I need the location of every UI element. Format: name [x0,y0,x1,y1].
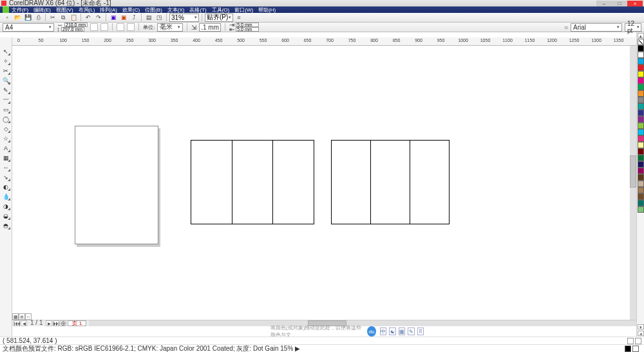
prev-page-button[interactable]: ◂ [21,320,27,326]
fill-swatch[interactable] [625,346,631,352]
close-button[interactable]: × [627,1,643,6]
basic-shapes-tool[interactable]: ☆ [1,133,11,143]
color-swatch[interactable] [638,135,644,142]
canvas[interactable] [12,46,636,320]
cut-button[interactable]: ✂ [48,14,57,21]
copy-button[interactable]: ⧉ [59,14,68,21]
status-fill-icon[interactable] [627,338,634,344]
artistic-media-tool[interactable]: 〰 [1,95,11,104]
first-page-button[interactable]: ⏮ [14,320,20,326]
landscape-button[interactable] [100,23,108,31]
connector-tool[interactable]: ↘ [1,172,11,182]
color-swatch[interactable] [638,64,644,71]
tool-button-2[interactable]: ✎ [408,328,414,335]
color-swatch[interactable] [638,71,644,77]
current-page-button[interactable] [127,23,135,31]
table-tool[interactable]: ▦ [1,153,11,162]
menu-item[interactable]: 效果(C) [122,6,140,14]
save-button[interactable]: 💾 [23,14,32,21]
new-button[interactable]: ▫ [3,14,12,21]
undo-button[interactable]: ↶ [84,14,93,21]
color-swatch[interactable] [638,97,644,103]
menu-item[interactable]: 位图(B) [145,6,162,14]
zoom-level-dropdown[interactable]: 31% [169,14,199,22]
page-tab[interactable]: 页 1 [68,320,86,326]
color-swatch[interactable] [638,45,644,52]
menu-item[interactable]: 文本(X) [167,6,185,14]
redo-button[interactable]: ↷ [94,14,103,21]
no-color-swatch[interactable] [638,39,644,45]
maximize-button[interactable]: □ [612,1,627,6]
page-height-input[interactable] [61,27,84,32]
color-swatch[interactable] [638,206,644,213]
menu-item[interactable]: 窗口(W) [234,6,253,14]
menu-item[interactable]: 帮助(H) [258,6,276,14]
crop-tool[interactable]: ✂ [1,66,11,75]
du-badge-icon[interactable]: du [367,326,376,337]
menu-item[interactable]: 工具(O) [212,6,230,14]
drawing-page[interactable] [75,126,158,244]
snap-dropdown[interactable]: 贴齐(P) [205,14,233,22]
dup-x-input[interactable] [236,23,259,27]
tool-button-1[interactable]: ▦ [399,328,405,335]
app-launcher-button[interactable]: ▤ [144,14,153,21]
color-swatch[interactable] [638,129,644,135]
all-pages-button[interactable] [117,23,124,31]
vertical-scrollbar[interactable] [630,46,636,320]
import-button[interactable]: ▣ [109,14,118,21]
dimension-tool[interactable]: ↔ [1,162,11,172]
dup-y-input[interactable] [236,27,259,32]
color-swatch[interactable] [638,77,644,84]
print-button[interactable]: ⎙ [33,14,43,21]
last-page-button[interactable]: ⏭ [53,320,59,326]
next-page-button[interactable]: ▸ [46,320,52,326]
shape-grid-1[interactable] [191,140,314,224]
color-swatch[interactable] [638,110,644,116]
color-swatch[interactable] [638,161,644,168]
color-swatch[interactable] [638,155,644,161]
color-swatch[interactable] [638,193,644,200]
footer-icon-1[interactable]: ▦ [12,313,19,320]
publish-button[interactable]: ⤴ [129,14,138,21]
color-swatch[interactable] [638,122,644,129]
ruler-horizontal[interactable]: 0501001502002503003504004505005506006507… [12,37,636,46]
portrait-button[interactable] [90,23,98,31]
welcome-button[interactable]: ◳ [155,14,164,21]
footer-icon-2[interactable]: ⊕ [19,313,25,320]
color-swatch[interactable] [638,90,644,97]
add-page-button[interactable]: ⊕ [60,320,66,326]
color-swatch[interactable] [638,200,644,206]
polygon-tool[interactable]: ◇ [1,124,11,133]
color-swatch[interactable] [638,181,644,187]
palette-up-button[interactable]: ▴ [638,33,644,38]
outline-tool[interactable]: ◑ [1,201,11,211]
status-outline-icon[interactable] [635,338,641,344]
interactive-tool[interactable]: ◐ [1,182,11,191]
page-width-input[interactable] [64,23,88,27]
text-tool[interactable]: A [1,143,11,153]
page-size-dropdown[interactable]: A4 [3,23,54,32]
color-swatch[interactable] [638,84,644,90]
vscroll-thumb[interactable] [630,155,636,188]
rectangle-tool[interactable]: ▭ [1,104,11,114]
color-swatch[interactable] [638,148,644,155]
ellipse-tool[interactable]: ◯ [1,114,11,124]
tool-button-3[interactable]: ⠿ [417,328,424,335]
outline-swatch[interactable] [632,346,639,352]
unit-dropdown[interactable]: 毫米 [157,23,183,32]
color-swatch[interactable] [638,116,644,122]
zoom-tool[interactable]: 🔍 [1,75,11,85]
lang-button-1[interactable]: 中 [380,328,386,335]
font-size-dropdown[interactable]: 12 pt [625,23,641,32]
shape-grid-2[interactable] [331,140,450,224]
lang-button-2[interactable]: ☯ [389,328,395,335]
options-button[interactable]: ≡ [234,14,243,21]
minimize-button[interactable]: – [596,1,612,6]
color-swatch[interactable] [638,52,644,58]
eyedropper-tool[interactable]: 💧 [1,191,11,201]
export-button[interactable]: ▣ [119,14,128,21]
color-swatch[interactable] [638,103,644,110]
menu-item[interactable]: 表格(T) [189,6,206,14]
color-swatch[interactable] [638,174,644,181]
fill-tool[interactable]: ◒ [1,211,11,220]
